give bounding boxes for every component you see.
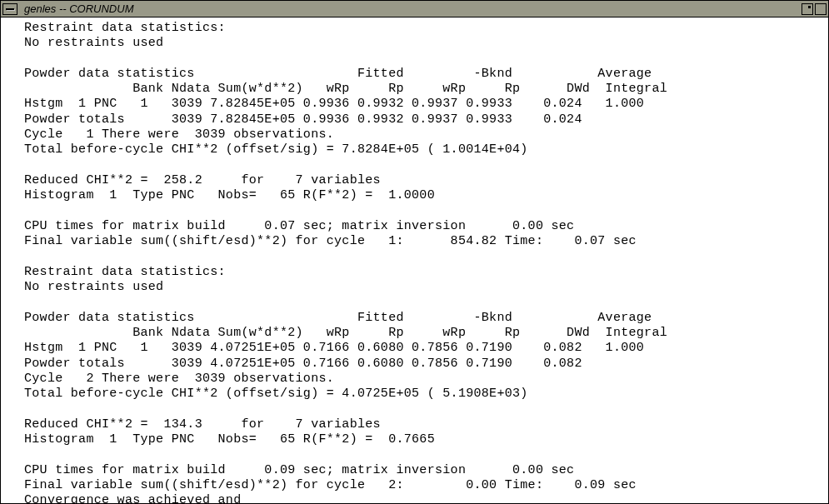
output-line: Final variable sum((shift/esd)**2) for c…: [24, 234, 637, 248]
dash-icon: [6, 8, 14, 10]
output-line: CPU times for matrix build 0.07 sec; mat…: [24, 219, 574, 233]
output-line: CPU times for matrix build 0.09 sec; mat…: [24, 463, 574, 477]
output-line: Reduced CHI**2 = 134.3 for 7 variables: [24, 417, 381, 432]
output-line: Bank Ndata Sum(w*d**2) wRp Rp wRp Rp DWd…: [24, 82, 667, 96]
window-title: genles -- CORUNDUM: [22, 2, 135, 15]
output-line: Powder totals 3039 4.07251E+05 0.7166 0.…: [24, 357, 582, 371]
minimize-button[interactable]: [802, 3, 813, 15]
output-line: Hstgm 1 PNC 1 3039 7.82845E+05 0.9936 0.…: [24, 97, 644, 111]
terminal-content[interactable]: Restraint data statistics: No restraints…: [1, 17, 828, 503]
output-line: Histogram 1 Type PNC Nobs= 65 R(F**2) = …: [24, 432, 435, 447]
output-line: Convergence was achieved and: [24, 493, 241, 503]
window-menu-button[interactable]: [2, 3, 17, 15]
titlebar[interactable]: genles -- CORUNDUM: [1, 1, 828, 17]
output-line: Reduced CHI**2 = 258.2 for 7 variables: [24, 173, 381, 187]
output-line: No restraints used: [24, 36, 163, 50]
terminal-window: genles -- CORUNDUM Restraint data statis…: [0, 0, 829, 504]
output-line: Histogram 1 Type PNC Nobs= 65 R(F**2) = …: [24, 188, 435, 202]
output-line: Powder data statistics Fitted -Bknd Aver…: [24, 311, 652, 325]
output-line: Total before-cycle CHI**2 (offset/sig) =…: [24, 142, 528, 157]
output-line: Final variable sum((shift/esd)**2) for c…: [24, 478, 637, 492]
output-line: Cycle 2 There were 3039 observations.: [24, 372, 334, 386]
output-line: Bank Ndata Sum(w*d**2) wRp Rp wRp Rp DWd…: [24, 326, 667, 340]
output-line: Powder data statistics Fitted -Bknd Aver…: [24, 67, 652, 81]
output-line: Restraint data statistics:: [24, 21, 226, 35]
output-line: No restraints used: [24, 280, 163, 294]
output-line: Total before-cycle CHI**2 (offset/sig) =…: [24, 387, 528, 401]
output-line: Cycle 1 There were 3039 observations.: [24, 127, 334, 142]
output-line: Hstgm 1 PNC 1 3039 4.07251E+05 0.7166 0.…: [24, 341, 644, 355]
output-line: Restraint data statistics:: [24, 265, 226, 279]
output-line: Powder totals 3039 7.82845E+05 0.9936 0.…: [24, 112, 582, 127]
maximize-button[interactable]: [815, 3, 827, 15]
